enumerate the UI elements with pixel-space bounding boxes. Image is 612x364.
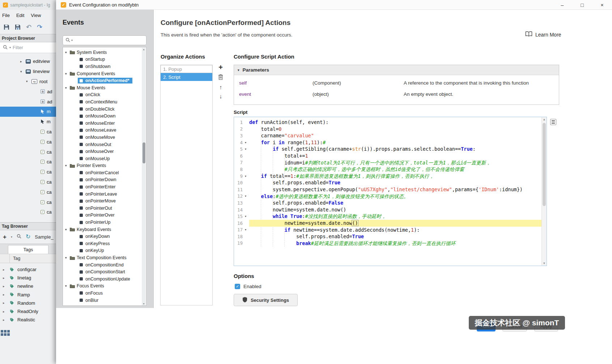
save-all-icon[interactable]	[15, 24, 21, 30]
redo-icon[interactable]: ↷	[37, 24, 42, 30]
project-tree-item[interactable]: ✓ca	[0, 177, 56, 187]
chevron-right-icon[interactable]: ▸	[3, 318, 7, 322]
chevron-down-icon[interactable]: ▾	[65, 256, 70, 260]
editor-menu-icon[interactable]	[550, 119, 556, 125]
script-editor[interactable]: 1234▾5▾6789▾101112▾131415▾1617▾1819 def …	[234, 117, 547, 266]
project-filter-input[interactable]: ▾ Filter	[0, 42, 56, 53]
close-button[interactable]: ×	[592, 0, 612, 10]
event-item-onfocus[interactable]: onFocus	[63, 290, 146, 297]
move-down-button[interactable]: ↓	[219, 94, 222, 99]
chevron-down-icon[interactable]: ▾	[65, 228, 70, 231]
event-item-ondoubleclick[interactable]: onDoubleClick	[63, 106, 146, 113]
chevron-down-icon[interactable]: ▾	[65, 72, 70, 76]
event-item-onpointerenter[interactable]: onPointerEnter	[63, 183, 146, 190]
scrollbar-thumb[interactable]	[143, 142, 145, 163]
chevron-down-icon[interactable]: ▾	[65, 284, 70, 288]
code-line-5[interactable]: if self.getSibling(carname+str(i)).props…	[249, 146, 541, 153]
event-item-onkeyup[interactable]: onKeyUp	[63, 247, 146, 254]
project-tree-item[interactable]: ✓ca	[0, 187, 56, 197]
chevron-right-icon[interactable]: ▸	[3, 310, 7, 313]
event-group-pointer-events[interactable]: ▾Pointer Events	[63, 162, 146, 170]
code-line-1[interactable]: def runAction(self, event):	[249, 119, 541, 126]
enabled-checkbox[interactable]: ✓	[235, 284, 240, 289]
dialog-titlebar[interactable]: ✓ Event Configuration on modifybtn	[56, 0, 612, 10]
event-item-onkeydown[interactable]: onKeyDown	[63, 233, 146, 240]
undo-icon[interactable]: ↶	[26, 24, 31, 30]
project-tree-item[interactable]: ✓ca	[0, 147, 56, 157]
code-line-4[interactable]: for i in range(1,11):#	[249, 139, 541, 146]
event-group-keyboard-events[interactable]: ▾Keyboard Events	[63, 226, 146, 233]
chevron-right-icon[interactable]: ▸	[20, 60, 26, 63]
chevron-down-icon[interactable]: ▾	[65, 86, 70, 90]
tag-row-realistic[interactable]: ▸Realistic	[0, 316, 56, 324]
chevron-right-icon[interactable]: ▸	[3, 276, 7, 280]
event-item-onpointerover[interactable]: onPointerOver	[63, 212, 146, 219]
save-icon[interactable]	[4, 24, 9, 30]
scroll-down-icon[interactable]: ▼	[542, 262, 547, 265]
code-fold-icon[interactable]: ▾	[243, 147, 248, 151]
tag-row-newline[interactable]: ▸newline	[0, 282, 56, 290]
event-item-oncompositionend[interactable]: onCompositionEnd	[63, 261, 146, 269]
chevron-right-icon[interactable]: ▸	[3, 268, 7, 271]
tag-row-random[interactable]: ▸Random	[0, 299, 56, 307]
menu-view[interactable]: View	[29, 11, 45, 21]
event-item-onmousedown[interactable]: onMouseDown	[63, 112, 146, 120]
tag-provider-select[interactable]: Sample_	[35, 234, 53, 240]
event-group-focus-events[interactable]: ▾Focus Events	[63, 283, 146, 290]
project-tree-item[interactable]: ✓ca	[0, 167, 56, 177]
scroll-up-icon[interactable]: ▲	[542, 118, 547, 121]
event-item-onblur[interactable]: onBlur	[63, 297, 146, 304]
event-group-system-events[interactable]: ▾System Events	[63, 49, 146, 56]
event-item-oncontextmenu[interactable]: onContextMenu	[63, 98, 146, 106]
add-action-button[interactable]: +	[218, 64, 223, 71]
menu-file[interactable]: File	[0, 11, 14, 21]
code-line-7[interactable]: idnum=i#判断total为1不可行，只有一个选中的情况下，total一直为…	[249, 159, 541, 166]
search-icon[interactable]	[17, 234, 21, 240]
event-item-onmouseleave[interactable]: onMouseLeave	[63, 127, 146, 134]
code-fold-icon[interactable]: ▾	[243, 215, 248, 218]
event-item-onmouseover[interactable]: onMouseOver	[63, 148, 146, 155]
event-item-onstartup[interactable]: onStartup	[63, 56, 146, 63]
chevron-down-icon[interactable]: ▾	[65, 164, 70, 167]
event-item-onmouseup[interactable]: onMouseUp	[63, 155, 146, 162]
event-group-mouse-events[interactable]: ▾Mouse Events	[63, 84, 146, 91]
code-line-6[interactable]: total+=1	[249, 153, 541, 159]
event-item-oncompositionupdate[interactable]: onCompositionUpdate	[63, 275, 146, 283]
tag-column-header[interactable]: Tag	[0, 254, 56, 263]
project-tree-item[interactable]: ▾xyroot	[0, 77, 56, 87]
action-item-1[interactable]: 1. Popup	[161, 65, 212, 73]
code-line-10[interactable]: self.props.enabled=True	[249, 179, 541, 186]
code-line-16[interactable]: newtime=system.date.now()	[249, 220, 541, 227]
security-settings-button[interactable]: Security Settings	[234, 294, 298, 306]
code-line-12[interactable]: else:#选中的复选框数量不为1，则修改按钮变为不可操作的状态。	[249, 193, 541, 200]
tag-row-configcar[interactable]: ▸configcar	[0, 265, 56, 274]
move-up-button[interactable]: ↑	[219, 85, 222, 90]
events-search-input[interactable]: ▾	[63, 35, 146, 45]
event-item-onmousemove[interactable]: onMouseMove	[63, 134, 146, 141]
project-tree-item[interactable]: ✓ca	[0, 137, 56, 147]
tag-row-readonly[interactable]: ▸ReadOnly	[0, 307, 56, 316]
event-item-onmouseenter[interactable]: onMouseEnter	[63, 120, 146, 127]
action-item-2[interactable]: 2. Script	[161, 73, 212, 81]
code-fold-icon[interactable]: ▾	[243, 228, 248, 231]
chevron-right-icon[interactable]: ▸	[3, 284, 7, 288]
maximize-button[interactable]: □	[572, 0, 592, 10]
tag-row-ramp[interactable]: ▸Ramp	[0, 291, 56, 299]
tab-tags[interactable]: Tags	[8, 245, 48, 254]
menu-edit[interactable]: Edit	[14, 11, 29, 21]
code-fold-icon[interactable]: ▾	[243, 194, 248, 198]
project-tree-item[interactable]: ✓ca	[0, 127, 56, 137]
project-tree-item[interactable]: aad	[0, 97, 56, 107]
project-tree-item[interactable]: ✓ca	[0, 157, 56, 167]
learn-more-link[interactable]: Learn More	[525, 31, 561, 38]
code-line-17[interactable]: if newtime==system.date.addSeconds(nowti…	[249, 227, 541, 234]
project-tree-item[interactable]: aad	[0, 86, 56, 97]
code-fold-icon[interactable]: ▾	[243, 175, 248, 178]
code-fold-icon[interactable]: ▾	[243, 141, 248, 144]
event-item-onpointerleave[interactable]: onPointerLeave	[63, 190, 146, 198]
minimize-button[interactable]: –	[552, 0, 572, 10]
event-item-onpointercancel[interactable]: onPointerCancel	[63, 169, 146, 176]
project-tree-item[interactable]: m	[0, 107, 56, 117]
tag-row-linetag[interactable]: ▸linetag	[0, 274, 56, 282]
project-tree-item[interactable]: ✓ca	[0, 197, 56, 207]
